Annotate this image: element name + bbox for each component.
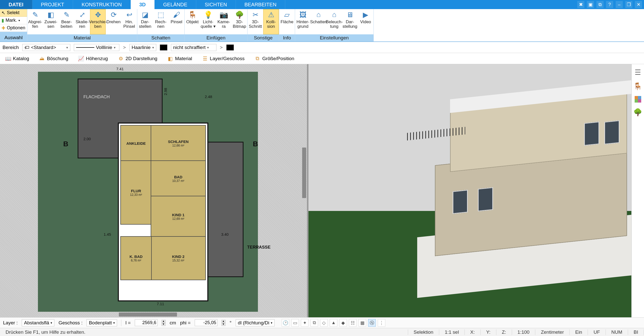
panel-katalog[interactable]: 📖Katalog	[3, 55, 32, 63]
spin-down[interactable]: ▾	[221, 323, 226, 326]
ribbon-schatten-0[interactable]: ◪Dar- stellen	[137, 9, 153, 34]
panel-material[interactable]: ◧Material	[165, 55, 195, 63]
tab-projekt[interactable]: PROJEKT	[32, 0, 73, 9]
ribbon-einfügen-0[interactable]: 🪑Objekt	[185, 9, 200, 34]
ribbon-material-5[interactable]: ⟳Drehen	[106, 9, 121, 34]
scrollbar-horizontal[interactable]	[119, 313, 177, 317]
greater-icon[interactable]: >	[123, 45, 126, 50]
line-color-swatch[interactable]	[160, 44, 167, 51]
ribbon-info-0[interactable]: ▱Fläche	[279, 9, 295, 34]
tab-3d[interactable]: 3D	[131, 0, 155, 9]
panel-h-henzug[interactable]: 📈Höhenzug	[76, 55, 111, 63]
tool-icon[interactable]: ✖	[577, 1, 584, 8]
status-help: Drücken Sie F1, um Hilfe zu erhalten.	[0, 329, 408, 335]
grid-icon[interactable]: ▦	[359, 319, 366, 327]
spin-down[interactable]: ▾	[162, 323, 166, 326]
spin-up[interactable]: ▴	[221, 320, 226, 323]
hatch-combo[interactable]: nicht schraffiert ▾	[171, 44, 216, 51]
snap-icon[interactable]: ✦	[301, 319, 308, 327]
ribbon-einstellungen-3[interactable]: 🖥Dar- stellung	[342, 9, 358, 34]
ribbon-material-1[interactable]: ◧Zuwei- sen	[43, 9, 59, 34]
ribbon-einstellungen-0[interactable]: 🖼Hinter- grund	[295, 9, 311, 34]
options-icon[interactable]: ⧉	[596, 1, 604, 8]
ribbon-einfügen-1[interactable]: 💡Licht- quelle ▾	[200, 9, 216, 34]
clock-icon[interactable]: 🕑	[282, 319, 289, 327]
diamond-icon[interactable]: ◇	[320, 319, 328, 327]
ribbon-label: Licht- quelle ▾	[201, 20, 215, 29]
layer-combo[interactable]: Abstandsflä▾	[22, 319, 54, 326]
ribbon-label: Hin. Pinsel	[123, 20, 135, 29]
line-preview	[76, 47, 94, 48]
lineweight-combo[interactable]: Haarlinie ▾	[129, 44, 156, 51]
bounds-icon[interactable]: ▭	[291, 319, 299, 327]
ribbon-icon: ▱	[282, 11, 292, 19]
north-icon[interactable]: Ⓝ	[368, 319, 376, 327]
tab-sichten[interactable]: SICHTEN	[196, 0, 236, 9]
ribbon-material-6[interactable]: ↩Hin. Pinsel	[121, 9, 137, 34]
ribbon-schatten-2[interactable]: 🖌Pinsel	[169, 9, 184, 34]
stack-icon[interactable]: ☷	[349, 319, 357, 327]
ribbon-material-3[interactable]: ⤢Skalie- ren	[74, 9, 90, 34]
close-icon[interactable]: ✕	[635, 1, 642, 8]
ribbon-label: Abgrei- fen	[28, 20, 42, 29]
cursor-icon: ↖	[2, 10, 5, 16]
ribbon-einfügen-3[interactable]: 🌳3D- Bitmap	[232, 9, 247, 34]
options-button[interactable]: ✚Optionen	[0, 24, 27, 32]
bereich-combo[interactable]: 🏷 <Standard> ▾	[22, 44, 70, 51]
room-flur: FLUR	[131, 189, 141, 193]
select-button[interactable]: ↖Selekt	[0, 9, 27, 17]
color-palette-icon[interactable]	[635, 96, 641, 103]
help-icon[interactable]: ?	[606, 1, 613, 8]
panel-label: Material	[175, 56, 192, 61]
panel-2d-darstellung[interactable]: ⚙2D Darstellung	[115, 55, 160, 63]
ribbon-einstellungen-1[interactable]: ⌂Schatten	[311, 9, 326, 34]
copy-icon[interactable]: ⧉	[310, 319, 318, 327]
length-input[interactable]	[135, 319, 158, 326]
ribbon-material-0[interactable]: ✎Abgrei- fen	[27, 9, 43, 34]
group-auswahl-title: Auswahl	[0, 32, 27, 41]
triangle-icon[interactable]: ▲	[330, 319, 337, 327]
ribbon-sonstige-0[interactable]: ✂3D- Schnitt	[248, 9, 263, 34]
marker-icon: ▮	[2, 18, 4, 23]
panel-label: 2D Darstellung	[126, 56, 158, 61]
ribbon-material-2[interactable]: ✎Bear- beiten	[59, 9, 74, 34]
tab-bearbeiten[interactable]: BEARBEITEN	[236, 0, 285, 9]
panel-layer-geschoss[interactable]: ☰Layer/Geschoss	[199, 55, 247, 63]
ribbon-einstellungen-2[interactable]: ⌂Beleuch- tung	[326, 9, 342, 34]
greater-icon[interactable]: >	[220, 45, 223, 50]
status-num: NUM	[606, 329, 628, 335]
panel-icon: 📖	[5, 56, 11, 61]
spin-up[interactable]: ▴	[162, 320, 166, 323]
phi-input[interactable]	[195, 319, 217, 326]
floor-combo[interactable]: Bodenplatt▾	[86, 319, 117, 326]
furniture-icon[interactable]: 🪑	[633, 82, 642, 90]
tab-gelaende[interactable]: GELÄNDE	[154, 0, 196, 9]
panel-gr-e-position[interactable]: ⧉Größe/Position	[252, 55, 297, 63]
dl-combo[interactable]: dl (Richtung/Di▾	[236, 319, 275, 326]
tab-file[interactable]: DATEI	[0, 0, 32, 9]
ribbon-sonstige-1[interactable]: ⚠Kolli- sion	[263, 9, 279, 34]
scrollbar-vertical[interactable]	[302, 148, 306, 198]
tab-konstruktion[interactable]: KONSTRUKTION	[73, 0, 131, 9]
ribbon-schatten-1[interactable]: ⬚Rech- nen	[153, 9, 169, 34]
ribbon-material-4[interactable]: ✥Verschie- ben	[90, 9, 106, 34]
room-bad: BAD	[174, 175, 183, 179]
mark-button[interactable]: ▮Mark.▾	[0, 17, 27, 24]
ribbon-einstellungen-4[interactable]: ▶Video	[358, 9, 373, 34]
ribbon-icon: ⬚	[156, 11, 166, 19]
hatch-color-swatch[interactable]	[226, 44, 234, 51]
ribbon-label: Objekt	[186, 20, 198, 24]
ribbon-icon: ◧	[46, 11, 56, 19]
tree-icon[interactable]: 🌳	[633, 108, 642, 116]
more-icon[interactable]: ⋮	[378, 319, 385, 327]
rhombus-icon[interactable]: ◆	[339, 319, 347, 327]
restore-icon[interactable]: ❐	[625, 1, 632, 8]
plan-view-2d[interactable]: FLACHDACH 7.41 2.48 2.98 2.00 3.40 1.45 …	[0, 64, 308, 317]
render-view-3d[interactable]: ☰ 🪑 🌳	[308, 64, 644, 317]
save-icon[interactable]: ▣	[587, 1, 594, 8]
layers-icon[interactable]: ☰	[635, 68, 641, 77]
panel-b-schung[interactable]: ⛰Böschung	[36, 55, 71, 63]
minimize-icon[interactable]: –	[616, 1, 623, 8]
ribbon-einfügen-2[interactable]: 📷Kame- ra	[216, 9, 232, 34]
linetype-combo[interactable]: Volllinie ▾	[74, 44, 119, 51]
